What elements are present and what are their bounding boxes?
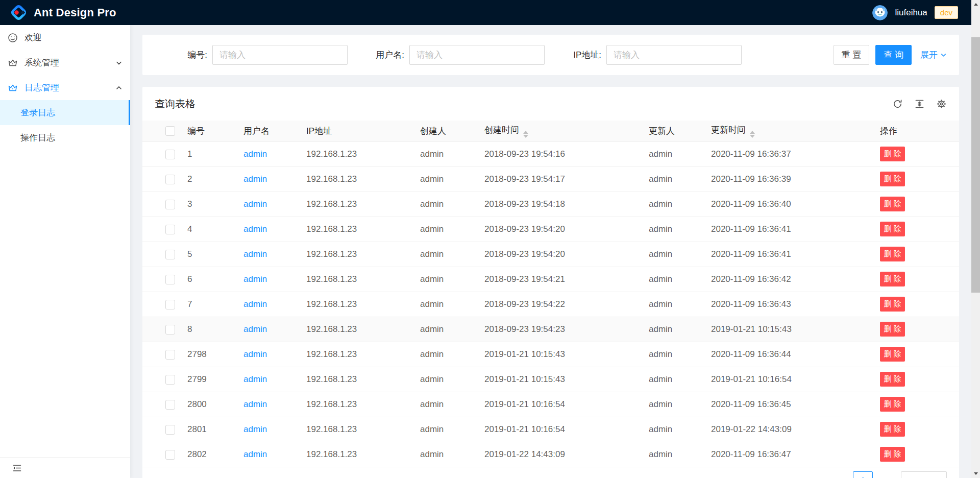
reset-button[interactable]: 重 置 xyxy=(834,45,870,65)
row-checkbox[interactable] xyxy=(165,200,175,209)
row-checkbox[interactable] xyxy=(165,400,175,410)
cell-create-time: 2018-09-23 19:54:21 xyxy=(472,267,636,292)
cell-creator: admin xyxy=(408,392,472,417)
column-height-icon[interactable] xyxy=(914,99,925,109)
row-checkbox[interactable] xyxy=(165,250,175,259)
row-checkbox-cell xyxy=(142,292,175,317)
delete-button[interactable]: 删 除 xyxy=(880,422,905,437)
delete-button[interactable]: 删 除 xyxy=(880,447,905,462)
ip-field[interactable] xyxy=(606,45,742,65)
row-checkbox[interactable] xyxy=(165,300,175,309)
delete-button[interactable]: 删 除 xyxy=(880,372,905,387)
delete-button[interactable]: 删 除 xyxy=(880,147,905,161)
username-field-label: 用户名: xyxy=(376,49,404,61)
username-link[interactable]: admin xyxy=(243,449,267,459)
user-name[interactable]: liufeihua xyxy=(895,8,927,18)
row-checkbox[interactable] xyxy=(165,425,175,435)
username-link[interactable]: admin xyxy=(243,174,267,184)
scrollbar-thumb[interactable] xyxy=(971,37,980,293)
delete-button[interactable]: 删 除 xyxy=(880,297,905,312)
row-checkbox[interactable] xyxy=(165,350,175,360)
row-checkbox[interactable] xyxy=(165,150,175,159)
scroll-down-arrow-icon[interactable] xyxy=(971,469,980,478)
cell-updater: admin xyxy=(636,317,699,342)
select-all-checkbox[interactable] xyxy=(165,126,175,136)
page-size-select[interactable] xyxy=(901,471,947,478)
user-avatar[interactable] xyxy=(872,5,888,20)
cell-id: 2799 xyxy=(175,367,231,392)
delete-button[interactable]: 删 除 xyxy=(880,322,905,337)
cell-action: 删 除 xyxy=(868,192,959,217)
delete-button[interactable]: 删 除 xyxy=(880,247,905,261)
cell-creator: admin xyxy=(408,342,472,367)
menu-fold-icon[interactable] xyxy=(12,463,23,473)
username-link[interactable]: admin xyxy=(243,149,267,159)
row-checkbox[interactable] xyxy=(165,450,175,460)
sidebar-item-system-management[interactable]: 系统管理 xyxy=(0,50,130,75)
username-link[interactable]: admin xyxy=(243,399,267,409)
scroll-up-arrow-icon[interactable] xyxy=(971,0,980,9)
username-link[interactable]: admin xyxy=(243,274,267,284)
id-field[interactable] xyxy=(212,45,348,65)
table-row: 6admin192.168.1.23admin2018-09-23 19:54:… xyxy=(142,267,959,292)
row-checkbox[interactable] xyxy=(165,275,175,284)
row-checkbox[interactable] xyxy=(165,325,175,334)
reload-icon[interactable] xyxy=(892,99,903,109)
username-link[interactable]: admin xyxy=(243,199,267,209)
id-field-label: 编号: xyxy=(187,49,207,61)
query-button[interactable]: 查 询 xyxy=(875,45,912,65)
cell-username: admin xyxy=(231,166,294,192)
cell-creator: admin xyxy=(408,367,472,392)
cell-creator: admin xyxy=(408,292,472,317)
current-page-button[interactable]: 1 xyxy=(853,471,873,478)
logo-area[interactable]: Ant Design Pro xyxy=(10,4,116,21)
delete-button[interactable]: 删 除 xyxy=(880,222,905,236)
sidebar-item-login-log[interactable]: 登录日志 xyxy=(0,100,130,125)
username-link[interactable]: admin xyxy=(243,249,267,259)
delete-button[interactable]: 删 除 xyxy=(880,272,905,286)
sidebar-menu: 欢迎 系统管理 日志管理 xyxy=(0,25,130,150)
username-link[interactable]: admin xyxy=(243,324,267,334)
delete-button[interactable]: 删 除 xyxy=(880,347,905,362)
row-checkbox[interactable] xyxy=(165,225,175,234)
cell-create-time: 2018-09-23 19:54:23 xyxy=(472,317,636,342)
cell-action: 删 除 xyxy=(868,267,959,292)
username-field[interactable] xyxy=(409,45,545,65)
row-checkbox[interactable] xyxy=(165,375,175,385)
prev-page-button[interactable] xyxy=(829,471,849,478)
delete-button[interactable]: 删 除 xyxy=(880,172,905,186)
next-page-button[interactable] xyxy=(877,471,897,478)
row-checkbox[interactable] xyxy=(165,175,175,184)
sidebar-item-operation-log[interactable]: 操作日志 xyxy=(0,125,130,150)
row-checkbox-cell xyxy=(142,342,175,367)
cell-action: 删 除 xyxy=(868,166,959,192)
username-link[interactable]: admin xyxy=(243,424,267,434)
username-link[interactable]: admin xyxy=(243,224,267,234)
cell-update-time: 2020-11-09 16:36:44 xyxy=(699,342,868,367)
cell-ip: 192.168.1.23 xyxy=(294,342,408,367)
sidebar-item-welcome[interactable]: 欢迎 xyxy=(0,25,130,50)
cell-id: 6 xyxy=(175,267,231,292)
delete-button[interactable]: 删 除 xyxy=(880,397,905,412)
sort-icon[interactable] xyxy=(750,131,755,138)
username-link[interactable]: admin xyxy=(243,349,267,359)
query-table: 编号 用户名 IP地址 创建人 创建时间 更新人 更新时间 操作 1admin1… xyxy=(142,121,959,467)
cell-create-time: 2018-09-23 19:54:16 xyxy=(472,141,636,166)
delete-button[interactable]: 删 除 xyxy=(880,197,905,211)
cell-action: 删 除 xyxy=(868,317,959,342)
row-checkbox-cell xyxy=(142,367,175,392)
username-link[interactable]: admin xyxy=(243,299,267,309)
pagination: 1 xyxy=(142,471,947,478)
expand-link[interactable]: 展开 xyxy=(920,49,947,61)
sort-icon[interactable] xyxy=(523,131,528,138)
cell-action: 删 除 xyxy=(868,242,959,267)
sidebar-item-label: 欢迎 xyxy=(24,32,42,43)
ant-design-logo-icon xyxy=(10,4,27,21)
username-link[interactable]: admin xyxy=(243,374,267,384)
column-header-update-time[interactable]: 更新时间 xyxy=(699,121,868,141)
table-card: 查询表格 xyxy=(142,87,959,478)
column-header-create-time[interactable]: 创建时间 xyxy=(472,121,636,141)
cell-id: 3 xyxy=(175,192,231,217)
settings-icon[interactable] xyxy=(936,99,947,109)
sidebar-item-log-management[interactable]: 日志管理 xyxy=(0,75,130,100)
